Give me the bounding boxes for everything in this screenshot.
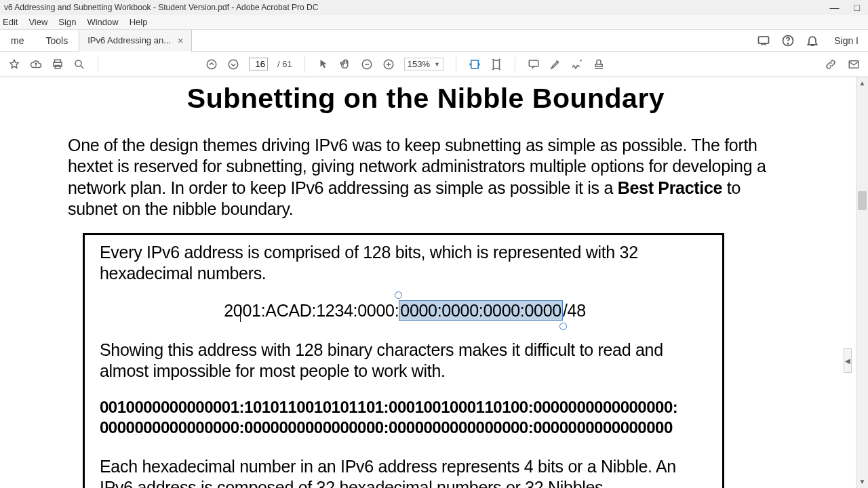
separator [98, 56, 98, 73]
separator [304, 56, 305, 73]
page-total-label: / 61 [277, 59, 292, 69]
zoom-in-icon[interactable] [382, 58, 395, 70]
separator [515, 56, 515, 73]
svg-rect-12 [493, 60, 499, 68]
chat-icon[interactable] [757, 34, 770, 47]
scroll-down-icon[interactable]: ▼ [856, 476, 868, 488]
ipv6-right: /48 [563, 301, 586, 320]
email-icon[interactable] [848, 58, 860, 70]
svg-rect-0 [759, 37, 769, 43]
fit-page-icon[interactable] [490, 58, 502, 70]
bell-icon[interactable] [806, 34, 819, 47]
minimize-button[interactable]: — [830, 2, 840, 13]
binary-line-2: 0000000000000000:0000000000000000:000000… [100, 418, 710, 437]
hand-icon[interactable] [339, 58, 351, 70]
svg-point-7 [207, 60, 216, 69]
page-down-icon[interactable] [227, 58, 239, 70]
svg-rect-11 [471, 60, 479, 68]
link-icon[interactable] [825, 58, 837, 70]
menu-edit[interactable]: Edit [3, 17, 18, 27]
sign-in-button[interactable]: Sign I [830, 35, 863, 46]
close-tab-icon[interactable]: × [178, 35, 183, 46]
document-tab-label: IPv6 Addressing an... [87, 35, 171, 45]
tabbar-right: Sign I [757, 34, 868, 47]
menu-view[interactable]: View [28, 17, 47, 27]
scroll-up-icon[interactable]: ▲ [856, 77, 868, 89]
scroll-track[interactable] [856, 89, 868, 476]
fit-width-icon[interactable] [469, 58, 481, 70]
print-icon[interactable] [52, 58, 64, 70]
menu-help[interactable]: Help [130, 17, 148, 27]
comment-icon[interactable] [528, 58, 540, 70]
info-box: Every IPv6 address is comprised of 128 b… [83, 233, 724, 488]
zoom-out-icon[interactable] [361, 58, 373, 70]
window-title: v6 Addressing and Subnetting Workbook - … [3, 3, 318, 12]
star-icon[interactable] [8, 58, 20, 70]
box-paragraph-3: Each hexadecimal number in an IPv6 addre… [100, 456, 710, 488]
vertical-scrollbar[interactable]: ▲ ▼ [856, 77, 868, 488]
box-paragraph-1: Every IPv6 address is comprised of 128 b… [100, 242, 710, 285]
separator [456, 56, 456, 73]
zoom-dropdown[interactable]: 153% ▼ [404, 58, 443, 70]
menu-sign[interactable]: Sign [58, 17, 76, 27]
pointer-icon[interactable] [317, 58, 330, 70]
document-tab[interactable]: IPv6 Addressing an... × [79, 30, 192, 52]
tab-bar: me Tools IPv6 Addressing an... × Sign I [0, 30, 868, 52]
toolbar: / 61 153% ▼ [0, 52, 868, 77]
nav-home[interactable]: me [0, 30, 35, 52]
search-icon[interactable] [73, 58, 85, 70]
text-selection[interactable]: 0000:0000:0000:0000 [399, 301, 563, 321]
scroll-thumb[interactable] [858, 191, 867, 210]
paragraph-intro-bold: Best Practice [618, 178, 723, 197]
highlight-icon[interactable] [549, 58, 561, 70]
maximize-button[interactable]: □ [854, 2, 860, 13]
page-number-input[interactable] [249, 58, 268, 70]
chevron-down-icon: ▼ [434, 61, 440, 68]
document-viewport[interactable]: Subnetting on the Nibble Boundary One of… [0, 77, 852, 488]
paragraph-intro: One of the design themes driving IPv6 wa… [0, 135, 852, 233]
page-up-icon[interactable] [205, 58, 218, 70]
help-icon[interactable] [781, 34, 795, 47]
svg-point-2 [788, 43, 789, 43]
box-paragraph-2: Showing this address with 128 binary cha… [100, 340, 710, 382]
menu-window[interactable]: Window [87, 17, 118, 27]
text-caret [240, 305, 241, 322]
ipv6-address-line: 2001:ACAD:1234:0000:0000:0000:0000:0000/… [100, 301, 710, 321]
svg-point-6 [75, 60, 81, 66]
selection-handle-end[interactable] [559, 323, 567, 330]
signature-icon[interactable] [571, 58, 583, 70]
selection-handle-start[interactable] [395, 291, 402, 299]
window-controls: — □ [830, 2, 865, 13]
ipv6-selected: 0000:0000:0000:0000 [399, 300, 563, 321]
window-titlebar: v6 Addressing and Subnetting Workbook - … [0, 0, 868, 15]
cloud-upload-icon[interactable] [30, 58, 42, 70]
svg-point-8 [229, 60, 238, 69]
stamp-icon[interactable] [593, 58, 605, 70]
right-panel-toggle[interactable]: ◀ [844, 348, 852, 373]
pdf-page: Subnetting on the Nibble Boundary One of… [0, 77, 852, 488]
menu-bar: Edit View Sign Window Help [0, 15, 868, 30]
zoom-value: 153% [408, 59, 430, 69]
svg-rect-13 [529, 60, 538, 66]
nav-tools[interactable]: Tools [35, 30, 79, 52]
binary-line-1: 0010000000000001:1010110010101101:000100… [100, 398, 710, 417]
ipv6-left: 2001:ACAD:1234:0000: [224, 301, 399, 320]
page-heading: Subnetting on the Nibble Boundary [0, 77, 852, 135]
